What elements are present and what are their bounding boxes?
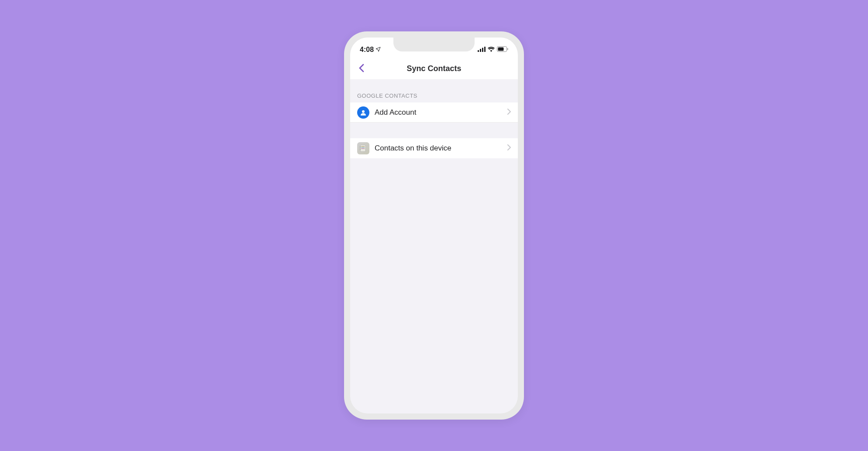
google-account-icon	[357, 106, 369, 119]
row-add-account[interactable]: Add Account	[350, 102, 518, 123]
svg-rect-3	[484, 47, 486, 52]
page-title: Sync Contacts	[406, 64, 461, 73]
svg-rect-2	[482, 48, 483, 52]
status-right	[478, 46, 508, 54]
row-label: Contacts on this device	[375, 144, 507, 153]
location-arrow-icon	[375, 46, 381, 54]
svg-rect-6	[507, 48, 508, 50]
nav-header: Sync Contacts	[350, 58, 518, 79]
section-header-google: GOOGLE CONTACTS	[350, 92, 518, 102]
phone-frame: 4:08	[344, 31, 524, 420]
status-time: 4:08	[360, 46, 374, 54]
signal-icon	[478, 46, 486, 54]
svg-rect-13	[360, 147, 361, 148]
wifi-icon	[488, 46, 495, 54]
svg-rect-12	[360, 146, 361, 147]
section-gap	[350, 123, 518, 138]
chevron-right-icon	[507, 109, 511, 116]
svg-rect-9	[361, 146, 365, 147]
content-area: GOOGLE CONTACTS Add Account	[350, 79, 518, 158]
svg-rect-0	[478, 50, 479, 52]
chevron-left-icon	[359, 64, 364, 72]
phone-notch	[393, 38, 475, 51]
svg-rect-10	[361, 147, 365, 148]
svg-point-7	[362, 110, 365, 113]
svg-rect-1	[480, 49, 481, 52]
status-left: 4:08	[360, 46, 381, 54]
svg-rect-11	[361, 148, 365, 149]
battery-icon	[497, 46, 508, 54]
svg-rect-14	[360, 149, 361, 150]
contacts-app-icon	[357, 142, 369, 154]
row-device-contacts[interactable]: Contacts on this device	[350, 138, 518, 158]
back-button[interactable]	[356, 61, 367, 77]
chevron-right-icon	[507, 144, 511, 152]
row-label: Add Account	[375, 108, 507, 117]
phone-screen: 4:08	[350, 38, 518, 413]
svg-rect-5	[498, 48, 504, 51]
